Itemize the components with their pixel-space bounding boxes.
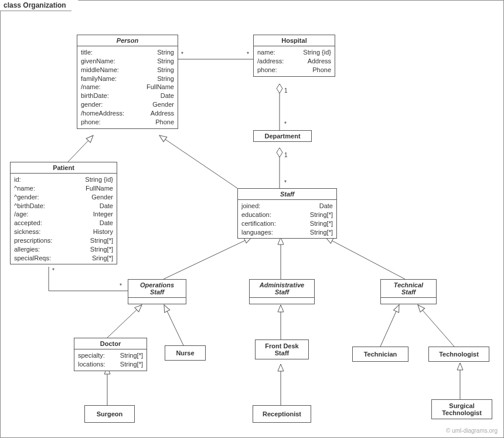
attr: /address: (257, 57, 284, 66)
attr: accepted: (14, 219, 42, 228)
title-line: Technical (383, 281, 434, 288)
class-patient: Patient id:String {id} ^name:FullName ^g… (10, 162, 117, 264)
class-doctor-attrs: specialty:String[*] locations:String[*] (74, 349, 147, 371)
class-receptionist-title: Receptionist (253, 406, 311, 422)
attr: givenName: (81, 57, 115, 66)
attr: /name: (81, 83, 101, 91)
attr-type: String (157, 48, 174, 57)
class-staff: Staff joined:Date education:String[*] ce… (237, 188, 337, 239)
attr: prescriptions: (14, 236, 52, 245)
class-person-title: Person (77, 35, 178, 46)
attr-type: String[*] (120, 351, 143, 360)
class-technician: Technician (352, 347, 408, 362)
class-patient-attrs: id:String {id} ^name:FullName ^gender:Ge… (11, 174, 117, 264)
class-administrative-staff-title: Administrative Staff (250, 280, 314, 298)
svg-line-12 (418, 305, 454, 347)
attr-type: Date (161, 91, 174, 100)
attr-type: String (157, 57, 174, 66)
attr: gender: (81, 100, 103, 109)
mult-hospital-dept-bottom: * (284, 121, 287, 127)
attr-type: String[*] (120, 360, 143, 369)
mult-hospital-dept-top: 1 (284, 87, 288, 94)
attr-type: String {id} (85, 175, 113, 184)
mult-patient-opstaff-opstaff: * (120, 283, 122, 289)
class-receptionist: Receptionist (253, 405, 311, 423)
class-technical-staff: Technical Staff (380, 279, 437, 304)
class-surgical-technologist: Surgical Technologist (431, 399, 492, 419)
attr-type: FullName (86, 184, 113, 193)
mult-dept-staff-top: 1 (284, 152, 288, 158)
svg-line-11 (380, 305, 399, 347)
class-operations-staff-title: Operations Staff (128, 280, 186, 298)
class-technologist-title: Technologist (429, 347, 489, 361)
title-line: Administrative (252, 281, 312, 288)
class-surgeon-title: Surgeon (85, 406, 134, 422)
attr-type: Date (319, 202, 333, 210)
attr: /age: (14, 210, 28, 219)
class-administrative-staff: Administrative Staff (249, 279, 315, 304)
title-line: Technologist (434, 409, 489, 416)
attr-type: String[*] (310, 228, 333, 237)
attr-type: Phone (312, 66, 331, 74)
attr-type: Gender (152, 100, 174, 109)
class-person-attrs: title:String givenName:String middleName… (77, 46, 178, 128)
title-line: Front Desk (258, 342, 306, 349)
attr-type: FullName (147, 83, 174, 91)
class-technical-staff-title: Technical Staff (381, 280, 436, 298)
attr: middleName: (81, 66, 119, 74)
attr: phone: (257, 66, 277, 74)
attr-type: Integer (93, 210, 113, 219)
title-line: Staff (131, 288, 183, 296)
attr: name: (257, 48, 275, 57)
mult-dept-staff-bottom: * (284, 179, 287, 186)
class-front-desk-staff: Front Desk Staff (255, 339, 309, 359)
class-surgeon: Surgeon (84, 405, 135, 423)
attr: allergies: (14, 245, 40, 254)
class-department-title: Department (254, 131, 311, 141)
attr-type: History (93, 228, 113, 236)
class-doctor: Doctor specialty:String[*] locations:Str… (74, 338, 147, 371)
class-patient-title: Patient (11, 162, 117, 174)
attr-type: String (157, 66, 174, 74)
class-hospital-attrs: name:String {id} /address:Address phone:… (254, 46, 335, 76)
attr: certification: (241, 219, 276, 228)
title-line: Surgical (434, 402, 489, 409)
title-line: Staff (252, 288, 312, 296)
attr-type: Address (151, 109, 174, 118)
attr: ^gender: (14, 193, 39, 202)
attr: specialty: (78, 351, 105, 360)
class-surgical-technologist-title: Surgical Technologist (432, 400, 492, 419)
svg-line-9 (164, 305, 183, 345)
attr-type: Gender (91, 193, 113, 202)
attr: education: (241, 210, 271, 219)
attr-type: String (157, 74, 174, 83)
attr: sickness: (14, 228, 40, 236)
class-person: Person title:String givenName:String mid… (77, 35, 178, 129)
class-hospital: Hospital name:String {id} /address:Addre… (253, 35, 335, 77)
class-front-desk-staff-title: Front Desk Staff (256, 340, 308, 359)
diagram-frame: class Organization (0, 0, 504, 438)
attr: familyName: (81, 74, 117, 83)
mult-patient-opstaff-patient: * (52, 267, 55, 274)
attr-type: Date (100, 202, 113, 210)
mult-hospital-side: * (247, 51, 249, 57)
class-hospital-title: Hospital (254, 35, 335, 46)
attr-type: String[*] (310, 219, 333, 228)
attr: locations: (78, 360, 105, 369)
attr: phone: (81, 118, 101, 127)
svg-line-7 (326, 237, 405, 279)
class-doctor-title: Doctor (74, 338, 147, 349)
diagram-title: class Organization (0, 0, 79, 11)
class-technologist: Technologist (428, 347, 489, 362)
attr: ^birthDate: (14, 202, 45, 210)
watermark: © uml-diagrams.org (446, 427, 498, 434)
attr-type: String[*] (90, 245, 113, 254)
attr: /homeAddress: (81, 109, 124, 118)
attr: languages: (241, 228, 273, 237)
attr-type: Date (100, 219, 113, 228)
class-operations-staff: Operations Staff (128, 279, 186, 304)
title-line: Staff (383, 288, 434, 296)
svg-line-5 (164, 237, 251, 279)
attr: id: (14, 175, 21, 184)
mult-person-side: * (181, 51, 183, 57)
